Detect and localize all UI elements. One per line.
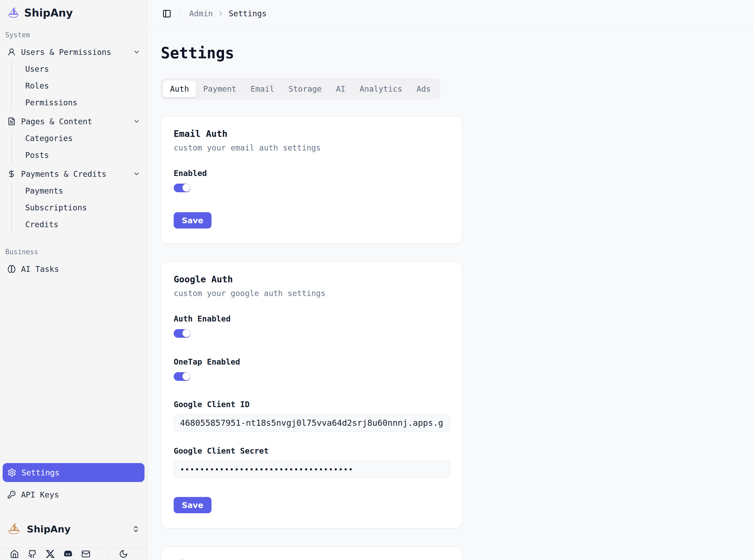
sidebar-item-label: AI Tasks: [21, 264, 59, 274]
field-label: Google Client ID: [174, 400, 450, 409]
chevron-down-icon: [133, 170, 140, 178]
chevrons-up-down-icon: [132, 525, 140, 533]
sidebar-item-label: API Keys: [21, 490, 59, 499]
tab-auth[interactable]: Auth: [163, 80, 196, 97]
app-logo: ShipAny: [3, 0, 144, 19]
tab-email[interactable]: Email: [243, 80, 281, 97]
sidebar-subgroup: Categories Posts: [11, 130, 144, 163]
google-auth-card: Google Auth custom your google auth sett…: [161, 262, 462, 528]
breadcrumb-settings: Settings: [229, 9, 267, 18]
switch-thumb: [182, 184, 191, 192]
sidebar-item-roles[interactable]: Roles: [12, 77, 144, 94]
tab-payment[interactable]: Payment: [196, 80, 243, 97]
social-links: [3, 548, 144, 560]
header-divider: [180, 9, 181, 18]
chevron-down-icon: [133, 118, 140, 125]
home-icon[interactable]: [10, 549, 19, 558]
key-icon: [7, 491, 16, 499]
google-client-secret-input[interactable]: [174, 461, 450, 478]
tab-storage[interactable]: Storage: [281, 80, 329, 97]
sidebar-item-permissions[interactable]: Permissions: [12, 94, 144, 111]
panel-left-icon: [162, 9, 171, 18]
switch-thumb: [182, 372, 191, 380]
section-label-business: Business: [3, 248, 144, 256]
card-title: Google Auth: [174, 274, 450, 284]
page-title: Settings: [161, 44, 753, 62]
sidebar-item-payments-credits[interactable]: Payments & Credits: [3, 165, 144, 182]
card-subtitle: custom your email auth settings: [174, 143, 450, 152]
sidebar-item-users-permissions[interactable]: Users & Permissions: [3, 44, 144, 60]
email-auth-card: Email Auth custom your email auth settin…: [161, 116, 462, 243]
sidebar-item-label: Payments & Credits: [21, 169, 106, 179]
google-auth-enabled-switch[interactable]: [174, 329, 191, 338]
field-label: Auth Enabled: [174, 314, 450, 323]
sidebar-item-api-keys[interactable]: API Keys: [3, 486, 144, 503]
gear-icon: [7, 468, 16, 477]
chevron-down-icon: [133, 48, 140, 56]
moon-icon[interactable]: [119, 549, 128, 558]
app-window: ShipAny System Users & Permissions Users…: [0, 0, 753, 560]
discord-icon[interactable]: [64, 549, 73, 558]
card-title: Github Auth: [174, 559, 450, 560]
switch-thumb: [182, 329, 191, 337]
sidebar-item-posts[interactable]: Posts: [12, 146, 144, 163]
google-onetap-enabled-switch[interactable]: [174, 372, 191, 381]
app-name: ShipAny: [24, 7, 73, 19]
sidebar-bottom: Settings API Keys ShipAny: [3, 463, 144, 560]
google-client-id-input[interactable]: [174, 414, 450, 432]
sailboat-icon: [7, 7, 19, 19]
field-label: Google Client Secret: [174, 446, 450, 456]
sidebar-item-settings[interactable]: Settings: [3, 463, 144, 482]
section-label-system: System: [3, 31, 144, 39]
sidebar-item-label: Settings: [22, 468, 60, 477]
sidebar-item-payments[interactable]: Payments: [12, 182, 144, 199]
x-icon[interactable]: [46, 549, 55, 558]
main-area: Admin Settings Settings Auth Payment Ema…: [147, 0, 753, 560]
sailboat-icon: [7, 522, 20, 536]
tab-analytics[interactable]: Analytics: [353, 80, 410, 97]
github-auth-card: Github Auth custom your github auth sett…: [161, 546, 462, 560]
card-title: Email Auth: [174, 128, 450, 139]
sidebar: ShipAny System Users & Permissions Users…: [0, 0, 147, 560]
tab-ai[interactable]: AI: [329, 80, 352, 97]
sidebar-item-subscriptions[interactable]: Subscriptions: [12, 199, 144, 216]
sidebar-item-users[interactable]: Users: [12, 60, 144, 77]
sidebar-item-credits[interactable]: Credits: [12, 216, 144, 233]
field-label: Enabled: [174, 168, 450, 178]
header: Admin Settings: [147, 0, 753, 27]
team-switcher[interactable]: ShipAny: [3, 521, 144, 537]
sidebar-item-categories[interactable]: Categories: [12, 130, 144, 146]
field-label: OneTap Enabled: [174, 357, 450, 366]
save-button[interactable]: Save: [174, 497, 212, 513]
sidebar-item-ai-tasks[interactable]: AI Tasks: [3, 261, 144, 277]
breadcrumb-admin[interactable]: Admin: [189, 9, 213, 18]
team-name: ShipAny: [27, 524, 71, 535]
tab-list: Auth Payment Email Storage AI Analytics …: [161, 78, 440, 99]
chevron-right-icon: [217, 10, 224, 17]
save-button[interactable]: Save: [174, 212, 212, 228]
mail-icon[interactable]: [81, 549, 91, 558]
email-enabled-switch[interactable]: [174, 184, 191, 192]
content: Settings Auth Payment Email Storage AI A…: [147, 27, 753, 560]
github-icon[interactable]: [28, 549, 37, 558]
cards: Email Auth custom your email auth settin…: [161, 116, 753, 560]
sidebar-subgroup: Users Roles Permissions: [11, 60, 144, 111]
user-round-icon: [7, 48, 16, 56]
sidebar-item-label: Users & Permissions: [21, 47, 111, 57]
file-text-icon: [7, 117, 16, 125]
brain-icon: [7, 265, 16, 273]
card-subtitle: custom your google auth settings: [174, 289, 450, 298]
dollar-sign-icon: [7, 170, 16, 178]
icon-divider: [107, 549, 107, 559]
sidebar-subgroup: Payments Subscriptions Credits: [11, 182, 144, 233]
tab-ads[interactable]: Ads: [409, 80, 438, 97]
sidebar-item-label: Pages & Content: [21, 117, 92, 126]
sidebar-item-pages-content[interactable]: Pages & Content: [3, 113, 144, 130]
sidebar-toggle-button[interactable]: [162, 8, 172, 19]
